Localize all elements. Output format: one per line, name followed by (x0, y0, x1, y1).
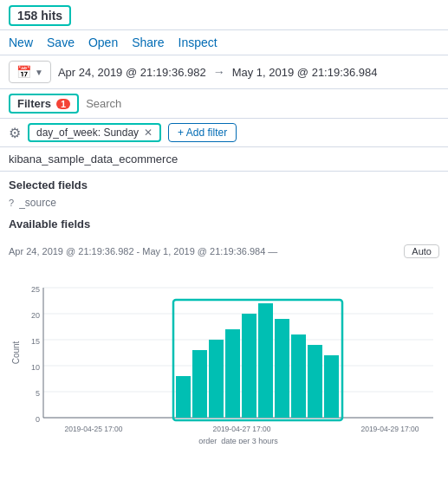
nav-new[interactable]: New (9, 36, 33, 49)
svg-rect-23 (192, 350, 207, 418)
nav-bar: New Save Open Share Inspect (0, 30, 448, 55)
source-field-item: ? _source (9, 195, 439, 211)
svg-rect-28 (275, 319, 289, 418)
svg-rect-27 (258, 303, 273, 418)
top-bar: 158 hits (0, 0, 448, 30)
nav-open[interactable]: Open (88, 36, 118, 49)
selected-fields-title: Selected fields (9, 179, 439, 192)
chevron-down-icon: ▼ (35, 68, 43, 77)
filter-tag: day_of_week: Sunday ✕ (28, 123, 161, 142)
nav-inspect[interactable]: Inspect (179, 36, 218, 49)
svg-rect-31 (324, 355, 339, 418)
nav-save[interactable]: Save (47, 36, 75, 49)
filters-label: Filters (17, 97, 51, 110)
add-filter-button[interactable]: + Add filter (168, 123, 237, 142)
y-axis-label: Count (11, 341, 21, 364)
chart-header: Apr 24, 2019 @ 21:19:36.982 - May 1, 201… (9, 244, 439, 258)
active-filter-row: ⚙ day_of_week: Sunday ✕ + Add filter (0, 119, 448, 147)
svg-text:20: 20 (31, 311, 40, 320)
svg-rect-29 (291, 334, 306, 418)
svg-text:10: 10 (31, 363, 40, 372)
filters-count: 1 (56, 99, 70, 109)
svg-text:15: 15 (31, 337, 40, 346)
svg-text:2019-04-25 17:00: 2019-04-25 17:00 (64, 425, 122, 433)
svg-text:order_date per 3 hours: order_date per 3 hours (198, 437, 278, 444)
arrow-right-icon: → (213, 65, 225, 79)
histogram-chart: Count 0 5 10 15 20 25 (9, 262, 439, 444)
date-to: May 1, 2019 @ 21:19:36.984 (232, 66, 378, 79)
date-from: Apr 24, 2019 @ 21:19:36.982 (58, 66, 206, 79)
filter-tag-close-icon[interactable]: ✕ (144, 127, 153, 139)
svg-text:25: 25 (31, 285, 40, 294)
gear-icon[interactable]: ⚙ (9, 125, 21, 141)
svg-text:5: 5 (36, 389, 40, 398)
chart-date-range: Apr 24, 2019 @ 21:19:36.982 - May 1, 201… (9, 246, 277, 256)
auto-button[interactable]: Auto (404, 244, 439, 258)
svg-text:0: 0 (36, 415, 40, 424)
svg-text:2019-04-27 17:00: 2019-04-27 17:00 (212, 425, 270, 433)
search-input[interactable] (86, 94, 439, 114)
svg-rect-26 (242, 314, 256, 418)
source-field-name: _source (19, 197, 56, 209)
calendar-icon: 📅 (16, 65, 31, 79)
nav-share[interactable]: Share (132, 36, 164, 49)
hits-badge: 158 hits (9, 5, 71, 26)
field-type-icon: ? (9, 198, 14, 208)
index-name: kibana_sample_data_ecommerce (9, 153, 178, 166)
index-name-row: kibana_sample_data_ecommerce (0, 147, 448, 172)
filters-row: Filters 1 (0, 89, 448, 119)
filter-tag-label: day_of_week: Sunday (36, 127, 139, 139)
svg-rect-30 (308, 345, 322, 418)
filters-button[interactable]: Filters 1 (9, 94, 79, 114)
svg-text:2019-04-29 17:00: 2019-04-29 17:00 (360, 425, 419, 433)
date-picker-button[interactable]: 📅 ▼ (9, 61, 51, 83)
svg-rect-24 (209, 340, 224, 418)
svg-rect-22 (176, 376, 191, 418)
date-row: 📅 ▼ Apr 24, 2019 @ 21:19:36.982 → May 1,… (0, 55, 448, 89)
svg-rect-25 (225, 329, 240, 418)
available-fields-section: Available fields (0, 214, 448, 239)
available-fields-title: Available fields (9, 218, 439, 231)
chart-container: Apr 24, 2019 @ 21:19:36.982 - May 1, 201… (0, 239, 448, 444)
selected-fields-section: Selected fields ? _source (0, 172, 448, 214)
